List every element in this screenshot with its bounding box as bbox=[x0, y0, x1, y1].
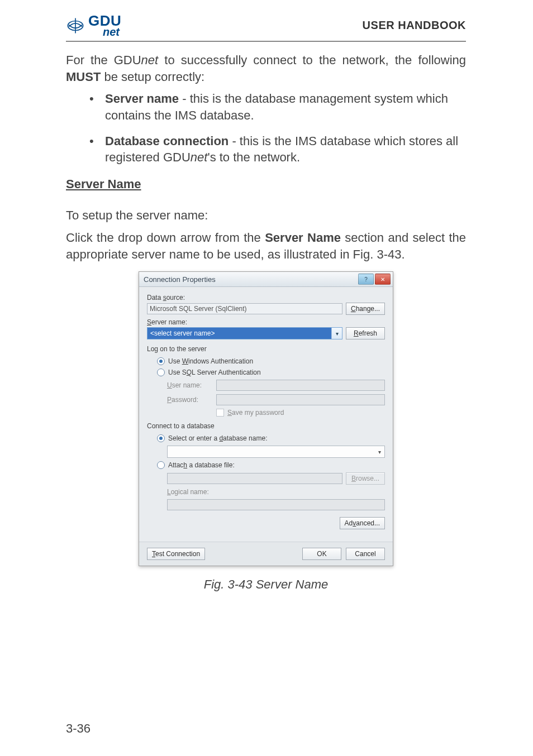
bullet-rest-after: 's to the network. bbox=[207, 150, 300, 164]
test-connection-button[interactable]: Test Connection bbox=[147, 548, 205, 560]
username-label: User name: bbox=[167, 381, 212, 389]
browse-button: Browse... bbox=[346, 472, 385, 485]
refresh-button[interactable]: Refresh bbox=[346, 327, 385, 339]
connect-db-header: Connect to a database bbox=[147, 422, 385, 430]
brand-logo: GDU net bbox=[66, 13, 121, 37]
logical-name-label: Logical name: bbox=[167, 488, 212, 496]
intro-must: MUST bbox=[66, 70, 101, 84]
chevron-down-icon[interactable]: ▾ bbox=[374, 446, 384, 457]
bullet-list: Server name - this is the database manag… bbox=[66, 90, 466, 166]
sql-auth-radio[interactable] bbox=[157, 369, 165, 376]
logical-name-field bbox=[167, 499, 385, 510]
bullet-bold: Server name bbox=[105, 92, 179, 106]
server-name-value: <select server name> bbox=[147, 328, 331, 339]
intro-italic: net bbox=[141, 53, 159, 67]
logo-icon bbox=[66, 16, 85, 35]
setup-line: To setup the server name: bbox=[66, 207, 466, 224]
server-name-label: Server name: bbox=[147, 318, 385, 326]
select-db-label: Select or enter a database name: bbox=[168, 434, 267, 442]
brand-net: net bbox=[103, 26, 121, 37]
intro-text-3: be setup correctly: bbox=[101, 70, 204, 84]
cancel-button[interactable]: Cancel bbox=[346, 548, 385, 560]
setup-bold: Server Name bbox=[265, 231, 341, 245]
save-password-label: Save my password bbox=[227, 409, 284, 417]
dialog-footer: Test Connection OK Cancel bbox=[139, 542, 393, 566]
select-db-radio[interactable] bbox=[157, 434, 165, 442]
figure-caption: Fig. 3-43 Server Name bbox=[66, 577, 466, 592]
page-number: 3-36 bbox=[66, 721, 91, 736]
connection-properties-dialog: Connection Properties ? ✕ Data source: C… bbox=[139, 271, 393, 566]
database-name-combo[interactable]: ▾ bbox=[167, 446, 385, 458]
data-source-label: Data source: bbox=[147, 294, 385, 302]
handbook-title: USER HANDBOOK bbox=[363, 19, 466, 32]
advanced-button[interactable]: Advanced... bbox=[340, 517, 385, 529]
close-icon[interactable]: ✕ bbox=[375, 274, 391, 285]
intro-paragraph: For the GDUnet to successfully connect t… bbox=[66, 52, 466, 85]
change-button[interactable]: Change... bbox=[346, 303, 385, 315]
list-item: Server name - this is the database manag… bbox=[89, 90, 466, 123]
help-icon[interactable]: ? bbox=[358, 274, 374, 285]
database-name-value bbox=[168, 446, 374, 457]
attach-file-field bbox=[167, 473, 342, 484]
save-password-checkbox bbox=[216, 409, 224, 417]
attach-db-radio[interactable] bbox=[157, 461, 165, 469]
intro-text-2: to successfully connect to the network, … bbox=[158, 53, 466, 67]
windows-auth-radio[interactable] bbox=[157, 357, 165, 365]
password-label: Password: bbox=[167, 396, 212, 404]
data-source-field bbox=[147, 303, 342, 314]
setup-text-before: Click the drop down arrow from the bbox=[66, 231, 265, 245]
setup-paragraph: Click the drop down arrow from the Serve… bbox=[66, 229, 466, 262]
intro-text-1: For the GDU bbox=[66, 53, 141, 67]
logon-header: Log on to the server bbox=[147, 345, 385, 353]
page-header: GDU net USER HANDBOOK bbox=[66, 13, 466, 42]
attach-db-label: Attach a database file: bbox=[168, 461, 235, 469]
sql-auth-label: Use SQL Server Authentication bbox=[168, 369, 261, 376]
titlebar: Connection Properties ? ✕ bbox=[139, 272, 393, 287]
section-heading: Server Name bbox=[66, 177, 466, 192]
bullet-italic: net bbox=[191, 150, 208, 164]
bullet-bold: Database connection bbox=[105, 134, 229, 148]
window-buttons: ? ✕ bbox=[358, 274, 391, 285]
password-field bbox=[216, 394, 385, 405]
server-name-combo[interactable]: <select server name> ▾ bbox=[147, 327, 342, 339]
windows-auth-label: Use Windows Authentication bbox=[168, 357, 253, 365]
username-field bbox=[216, 380, 385, 391]
chevron-down-icon[interactable]: ▾ bbox=[331, 328, 342, 339]
ok-button[interactable]: OK bbox=[302, 548, 341, 560]
list-item: Database connection - this is the IMS da… bbox=[89, 133, 466, 166]
dialog-title: Connection Properties bbox=[144, 275, 216, 284]
dialog-screenshot: Connection Properties ? ✕ Data source: C… bbox=[66, 271, 466, 566]
